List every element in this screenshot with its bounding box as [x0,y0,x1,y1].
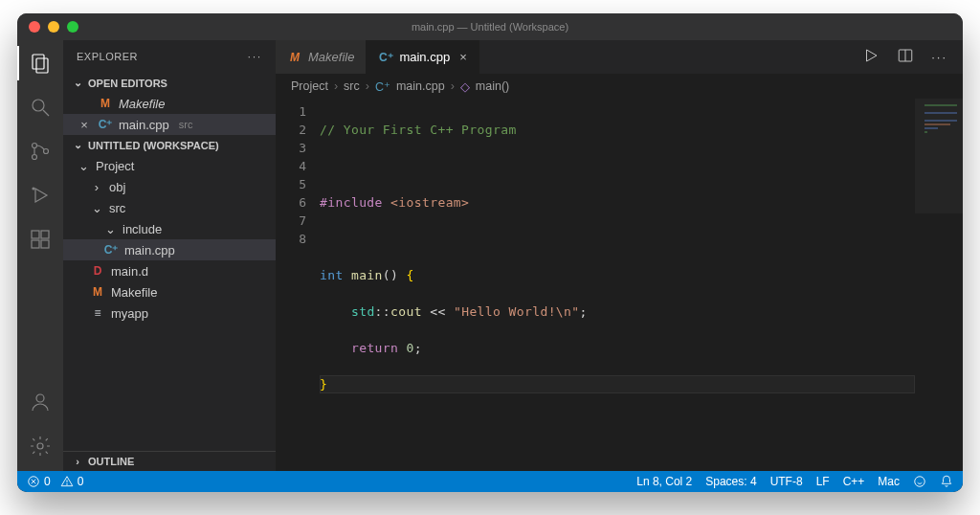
breadcrumb[interactable]: Project › src › C⁺ main.cpp › ◇ main() [276,74,963,99]
run-icon[interactable] [862,47,880,67]
open-editors-list: M Makefile × C⁺ main.cpp src [63,93,276,135]
status-warnings[interactable]: 0 [60,475,84,488]
code-text: // Your First C++ Program [320,123,517,137]
file-label: myapp [111,306,148,321]
status-cursor-position[interactable]: Ln 8, Col 2 [636,475,692,488]
status-errors[interactable]: 0 [27,475,51,488]
file-label: Makefile [111,285,157,300]
cpp-file-icon: C⁺ [98,118,113,131]
chevron-right-icon: › [366,79,369,93]
line-number: 8 [276,230,306,248]
file-main-cpp[interactable]: C⁺ main.cpp [63,239,276,260]
folder-src[interactable]: ⌄ src [63,197,276,218]
code-content[interactable]: // Your First C++ Program #include <iost… [320,99,915,471]
maximize-window-button[interactable] [67,21,78,33]
code-text: 0 [407,341,414,355]
cpp-file-icon: C⁺ [103,243,119,257]
minimap[interactable] [915,99,963,471]
status-language-mode[interactable]: C++ [843,475,865,488]
status-eol[interactable]: LF [816,475,830,488]
breadcrumb-part[interactable]: Project [291,79,328,93]
more-actions-icon[interactable]: ··· [931,50,947,64]
chevron-right-icon: › [451,79,455,93]
code-text: :: [375,304,390,319]
outline-label: OUTLINE [88,456,134,467]
titlebar: main.cpp — Untitled (Workspace) [17,13,963,40]
folder-include[interactable]: ⌄ include [63,218,276,239]
makefile-icon: M [98,97,113,110]
breadcrumb-part[interactable]: main.cpp [396,79,445,93]
close-icon[interactable]: × [77,118,92,132]
code-text [320,304,351,319]
status-indentation[interactable]: Spaces: 4 [705,475,756,488]
svg-rect-12 [41,240,49,248]
status-os[interactable]: Mac [878,475,900,488]
sidebar-more-icon[interactable]: ··· [248,51,262,62]
file-makefile[interactable]: M Makefile [63,281,276,302]
open-editor-label: main.cpp [119,118,169,132]
run-debug-icon[interactable] [27,182,54,209]
svg-point-8 [33,188,34,190]
svg-rect-9 [32,231,39,238]
svg-marker-7 [35,189,47,202]
cpp-file-icon: C⁺ [375,79,390,94]
code-text: } [320,377,327,392]
breadcrumb-part[interactable]: src [344,79,360,93]
open-editor-path: src [179,119,193,130]
file-myapp[interactable]: ≡ myapp [63,302,276,324]
extensions-icon[interactable] [27,226,54,253]
chevron-right-icon: › [90,180,103,194]
line-number: 3 [276,139,306,157]
chevron-down-icon: ⌄ [71,139,84,151]
source-control-icon[interactable] [27,138,54,165]
open-editor-label: Makefile [119,97,165,111]
code-text: <iostream> [383,195,470,210]
accounts-icon[interactable] [27,389,54,415]
feedback-icon[interactable] [913,475,926,488]
line-number: 7 [276,212,306,230]
close-tab-icon[interactable]: × [459,50,467,64]
tab-main-cpp[interactable]: C⁺ main.cpp × [367,40,479,74]
breadcrumb-part[interactable]: main() [476,79,509,93]
code-text: ; [414,341,422,355]
file-label: main.cpp [124,243,175,258]
notifications-icon[interactable] [940,475,953,488]
tab-makefile[interactable]: M Makefile [276,40,367,74]
close-window-button[interactable] [29,21,40,33]
open-editors-header[interactable]: ⌄ OPEN EDITORS [63,73,276,93]
file-main-d[interactable]: D main.d [63,260,276,281]
code-text [320,341,351,355]
svg-point-4 [33,144,37,148]
svg-point-5 [33,155,37,160]
open-editors-label: OPEN EDITORS [88,78,167,89]
svg-line-3 [43,110,49,116]
makefile-icon: M [287,51,302,64]
search-icon[interactable] [27,94,54,121]
binary-file-icon: ≡ [90,306,105,320]
svg-rect-11 [32,240,39,248]
editor-actions: ··· [862,40,963,74]
cpp-file-icon: C⁺ [378,51,393,64]
tab-bar: M Makefile C⁺ main.cpp × ··· [276,40,963,74]
sidebar-title: EXPLORER [77,51,138,62]
file-label: main.d [111,264,148,279]
outline-header[interactable]: › OUTLINE [63,451,276,471]
svg-rect-0 [33,55,44,69]
workspace-header[interactable]: ⌄ UNTITLED (WORKSPACE) [63,135,276,155]
split-editor-icon[interactable] [897,47,914,67]
status-encoding[interactable]: UTF-8 [770,475,803,488]
settings-gear-icon[interactable] [27,433,54,459]
makefile-icon: M [90,285,105,299]
explorer-icon[interactable] [27,50,54,77]
code-text: cout [390,304,422,319]
minimize-window-button[interactable] [48,21,59,33]
folder-obj[interactable]: › obj [63,176,276,197]
status-errors-count: 0 [44,475,51,488]
svg-point-6 [44,149,49,154]
open-editor-makefile[interactable]: M Makefile [63,93,276,114]
open-editor-main-cpp[interactable]: × C⁺ main.cpp src [63,114,276,135]
code-text [398,341,406,355]
code-editor[interactable]: 1 2 3 4 5 6 7 8 // Your First C++ Progra… [276,99,963,471]
explorer-sidebar: EXPLORER ··· ⌄ OPEN EDITORS M Makefile ×… [63,40,276,471]
folder-project[interactable]: ⌄ Project [63,155,276,176]
